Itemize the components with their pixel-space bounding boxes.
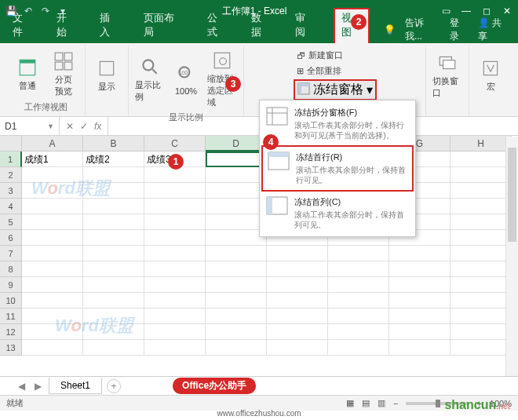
tab-data[interactable]: 数据 [246,8,276,43]
row-header[interactable]: 9 [0,277,22,293]
row-header[interactable]: 12 [0,324,22,340]
view-normal-icon[interactable]: ▦ [346,398,354,408]
cell-D6[interactable] [206,230,267,246]
macros-button[interactable]: 宏 [474,48,507,102]
zoom-100-button[interactable]: 100 100% [170,48,202,110]
name-box[interactable]: D1 ▼ [0,117,60,135]
row-header[interactable]: 4 [0,199,22,214]
cell-C3[interactable] [144,183,206,199]
row-header[interactable]: 10 [0,293,22,309]
cell-C7[interactable] [144,246,206,261]
cell-G11[interactable] [389,309,451,324]
cell-H8[interactable] [451,261,512,277]
cell-C6[interactable] [144,230,206,246]
cell-A9[interactable] [22,277,83,293]
col-B[interactable]: B [83,136,144,152]
row-header[interactable]: 5 [0,214,22,230]
cell-H12[interactable] [451,324,512,340]
cell-C8[interactable] [144,261,206,277]
tab-file[interactable]: 文件 [8,8,38,43]
add-sheet-button[interactable]: + [107,379,121,393]
cell-B4[interactable] [83,199,144,214]
cell-C11[interactable] [144,309,206,324]
tell-me-icon[interactable]: 💡 [384,24,396,35]
cell-A6[interactable] [22,230,83,246]
cell-A3[interactable] [22,183,83,199]
cell-A4[interactable] [22,199,83,214]
minimize-icon[interactable]: — [460,5,472,16]
cell-D1[interactable] [206,152,267,167]
tab-page-layout[interactable]: 页面布局 [139,8,188,43]
sheet-tab-1[interactable]: Sheet1 [49,378,102,394]
cell-C5[interactable] [144,214,206,230]
cell-D9[interactable] [206,277,267,293]
col-H[interactable]: H [451,136,512,152]
sign-in-link[interactable]: 登录 [450,16,469,43]
cell-C10[interactable] [144,293,206,309]
cell-A2[interactable] [22,167,83,183]
cell-B2[interactable] [83,167,144,183]
cell-H13[interactable] [451,340,512,356]
tab-review[interactable]: 审阅 [290,8,320,43]
sheet-nav-prev[interactable]: ◀ [16,381,27,392]
cell-B7[interactable] [83,246,144,261]
cell-B12[interactable] [83,324,144,340]
cell-G8[interactable] [389,261,451,277]
cell-D12[interactable] [206,324,267,340]
maximize-icon[interactable]: ◻ [480,5,493,16]
cell-A1[interactable]: 成绩1 [22,152,83,167]
cell-C2[interactable] [144,167,206,183]
cell-D4[interactable] [206,199,267,214]
cell-D3[interactable] [206,183,267,199]
cell-F11[interactable] [328,309,389,324]
cell-D10[interactable] [206,293,267,309]
cell-C9[interactable] [144,277,206,293]
cell-G13[interactable] [389,340,451,356]
cell-A11[interactable] [22,309,83,324]
cell-E9[interactable] [267,277,328,293]
cell-D5[interactable] [206,214,267,230]
freeze-panes-button[interactable]: 冻结窗格 ▾ [294,79,377,100]
cell-A10[interactable] [22,293,83,309]
cell-H3[interactable] [451,183,512,199]
cell-H5[interactable] [451,214,512,230]
cell-E8[interactable] [267,261,328,277]
cell-F9[interactable] [328,277,389,293]
cell-H2[interactable] [451,167,512,183]
tell-me-text[interactable]: 告诉我... [405,16,440,43]
cell-H4[interactable] [451,199,512,214]
cell-F10[interactable] [328,293,389,309]
cell-D7[interactable] [206,246,267,261]
freeze-top-row-item[interactable]: 冻结首行(R) 滚动工作表其余部分时，保持首行可见。 [261,145,414,192]
cell-E7[interactable] [267,246,328,261]
cell-A8[interactable] [22,261,83,277]
cell-B11[interactable] [83,309,144,324]
tab-formulas[interactable]: 公式 [202,8,232,43]
zoom-out-icon[interactable]: − [393,399,398,408]
row-header[interactable]: 3 [0,183,22,199]
new-window-button[interactable]: 🗗新建窗口 [294,48,377,63]
row-header[interactable]: 8 [0,261,22,277]
select-all-corner[interactable] [0,136,22,152]
switch-window-button[interactable]: 切换窗口 [431,48,464,102]
cell-C13[interactable] [144,340,206,356]
cell-H9[interactable] [451,277,512,293]
freeze-first-col-item[interactable]: 冻结首列(C) 滚动工作表其余部分时，保持首列可见。 [261,192,414,235]
cell-H6[interactable] [451,230,512,246]
cell-D2[interactable] [206,167,267,183]
cell-D13[interactable] [206,340,267,356]
cell-C4[interactable] [144,199,206,214]
row-header[interactable]: 7 [0,246,22,261]
cell-E13[interactable] [267,340,328,356]
arrange-all-button[interactable]: ⊞全部重排 [294,64,377,79]
tab-home[interactable]: 开始 [52,8,82,43]
cell-H11[interactable] [451,309,512,324]
cell-D11[interactable] [206,309,267,324]
normal-view-button[interactable]: 普通 [11,48,44,100]
cell-H7[interactable] [451,246,512,261]
fx-icon[interactable]: fx [94,121,101,132]
share-button[interactable]: 👤 共享 [478,16,511,43]
cell-B3[interactable] [83,183,144,199]
view-page-icon[interactable]: ▤ [362,398,370,408]
redo-icon[interactable]: ↷ [39,5,52,17]
